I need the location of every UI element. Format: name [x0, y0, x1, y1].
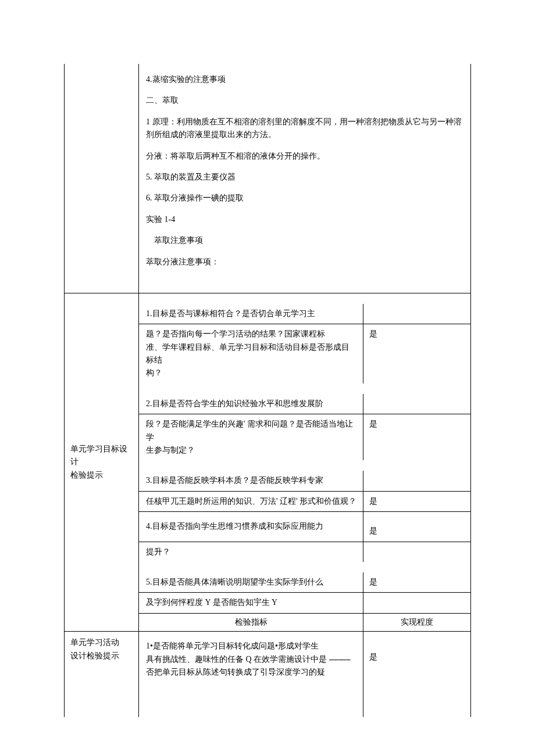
- check-answer: 是: [363, 492, 470, 511]
- text: 5. 萃取的装置及主要仪器: [146, 171, 463, 184]
- check-question: 题？是否指向每一个学习活动的结果？国家课程标 准、学年课程目标、单元学习目标和活…: [139, 324, 363, 384]
- check-item: 3.目标是否能反映学科本质？是否能反映学科专家: [139, 471, 470, 491]
- check-item: 及字到何怦程度 Y 是否能告知宇生 Y: [139, 593, 470, 612]
- check-question: 段？是否能满足学生的兴趣' 需求和问题？是否能适当地让学 生参与制定？: [139, 414, 363, 460]
- check-item: 1.目标是否与课标相符合？是否切合单元学习主: [139, 304, 470, 324]
- check-header-left: 检验指标: [139, 614, 363, 631]
- check-item: 任核甲兀王题时所运用的知识、万法' 辽程' 形式和价值观？ 是: [139, 492, 470, 512]
- check-answer: 是: [363, 632, 470, 682]
- text: 二、萃取: [146, 94, 463, 107]
- check-question: 任核甲兀王题时所运用的知识、万法' 辽程' 形式和价值观？: [139, 492, 363, 511]
- text: 1 原理：利用物质在互不相溶的溶剂里的溶解度不同，用一种溶剂把物质从它与另一种溶…: [146, 116, 463, 142]
- text: 否把单元目标从陈述句转换成了引导深度学习的疑: [146, 666, 357, 679]
- check-answer-empty: [363, 542, 470, 562]
- check-answer: 是: [363, 414, 470, 460]
- check-answer-empty: [363, 394, 470, 414]
- check-item: 5.目标是否能具体清晰说明期望学生实际学到什么 是: [139, 572, 470, 593]
- section-goals-content: 1.目标是否与课标相符合？是否切合单元学习主 题？是否指向每一个学习活动的结果？…: [139, 293, 470, 631]
- text: 实验 1-4: [146, 213, 463, 226]
- check-question: 3.目标是否能反映学科本质？是否能反映学科专家: [139, 471, 363, 490]
- text: 构？: [146, 367, 357, 379]
- text: 生参与制定？: [146, 444, 357, 457]
- check-item: 4.目标是否指向学生思维习惯养成和实际应用能力 是: [139, 512, 470, 542]
- text: 具有挑战性、趣味性的任备 Q 在效学需施设计中是: [146, 655, 329, 664]
- label-line: 单元学习目标设计: [70, 443, 133, 469]
- text: 分液：将萃取后两种互不相溶的液体分开的操作。: [146, 150, 463, 163]
- check-item: 题？是否指向每一个学习活动的结果？国家课程标 准、学年课程目标、单元学习目标和活…: [139, 324, 470, 384]
- row-label-empty: [65, 64, 139, 293]
- text: 4.蒸缩实验的注意事项: [146, 73, 463, 86]
- check-answer: 是: [363, 512, 470, 541]
- check-question: 5.目标是否能具体清晰说明期望学生实际学到什么: [139, 572, 363, 592]
- text: 题？是否指向每一个学习活动的结果？国家课程标: [146, 328, 357, 341]
- check-answer: 是: [363, 324, 470, 384]
- text: 萃取分液注意事项：: [146, 256, 463, 268]
- check-answer-empty: [363, 593, 470, 612]
- dashes: ----------: [329, 655, 351, 664]
- check-answer: 是: [363, 572, 470, 592]
- check-item: 2.目标是否符合学生的知识经验水平和思维发展阶: [139, 394, 470, 414]
- spacer: [139, 682, 470, 717]
- section-activities: 单元学习活动 设计检验提示 1•是否能将单元学习目标转化成问题•形成对学生 具有…: [65, 632, 470, 717]
- section-activities-content: 1•是否能将单元学习目标转化成问题•形成对学生 具有挑战性、趣味性的任备 Q 在…: [139, 632, 470, 717]
- section-activities-label: 单元学习活动 设计检验提示: [65, 632, 139, 717]
- check-question: 提升？: [139, 542, 363, 562]
- check-question: 2.目标是否符合学生的知识经验水平和思维发展阶: [139, 394, 363, 414]
- check-item: 提升？: [139, 542, 470, 562]
- check-answer-empty: [363, 471, 470, 490]
- check-item: 1•是否能将单元学习目标转化成问题•形成对学生 具有挑战性、趣味性的任备 Q 在…: [139, 632, 470, 682]
- check-answer-empty: [363, 304, 470, 324]
- document-table: 4.蒸缩实验的注意事项 二、萃取 1 原理：利用物质在互不相溶的溶剂里的溶解度不…: [64, 64, 471, 717]
- text: 具有挑战性、趣味性的任备 Q 在效学需施设计中是 ----------: [146, 653, 357, 666]
- section-goals: 单元学习目标设计 检验提示 1.目标是否与课标相符合？是否切合单元学习主 题？是…: [65, 293, 470, 632]
- check-header: 检验指标 实现程度: [139, 613, 470, 631]
- section-goals-label: 单元学习目标设计 检验提示: [65, 293, 139, 631]
- check-item: 段？是否能满足学生的兴趣' 需求和问题？是否能适当地让学 生参与制定？ 是: [139, 414, 470, 460]
- check-question: 4.目标是否指向学生思维习惯养成和实际应用能力: [139, 512, 363, 541]
- label-line: 设计检验提示: [70, 650, 119, 662]
- check-header-right: 实现程度: [363, 614, 470, 631]
- text: 6. 萃取分液操作一碘的提取: [146, 192, 463, 205]
- text: 萃取注意事项: [146, 234, 463, 247]
- content-row-top: 4.蒸缩实验的注意事项 二、萃取 1 原理：利用物质在互不相溶的溶剂里的溶解度不…: [65, 64, 470, 293]
- check-question: 1.目标是否与课标相符合？是否切合单元学习主: [139, 304, 363, 324]
- check-question: 及字到何怦程度 Y 是否能告知宇生 Y: [139, 593, 363, 612]
- label-line: 单元学习活动: [70, 636, 119, 649]
- text: 段？是否能满足学生的兴趣' 需求和问题？是否能适当地让学: [146, 418, 357, 444]
- check-question: 1•是否能将单元学习目标转化成问题•形成对学生 具有挑战性、趣味性的任备 Q 在…: [139, 632, 363, 682]
- text: 1•是否能将单元学习目标转化成问题•形成对学生: [146, 640, 357, 653]
- row-content-top: 4.蒸缩实验的注意事项 二、萃取 1 原理：利用物质在互不相溶的溶剂里的溶解度不…: [139, 64, 470, 293]
- label-line: 检验提示: [70, 469, 103, 482]
- text: 准、学年课程目标、单元学习目标和活动目标是否形成目标结: [146, 341, 357, 367]
